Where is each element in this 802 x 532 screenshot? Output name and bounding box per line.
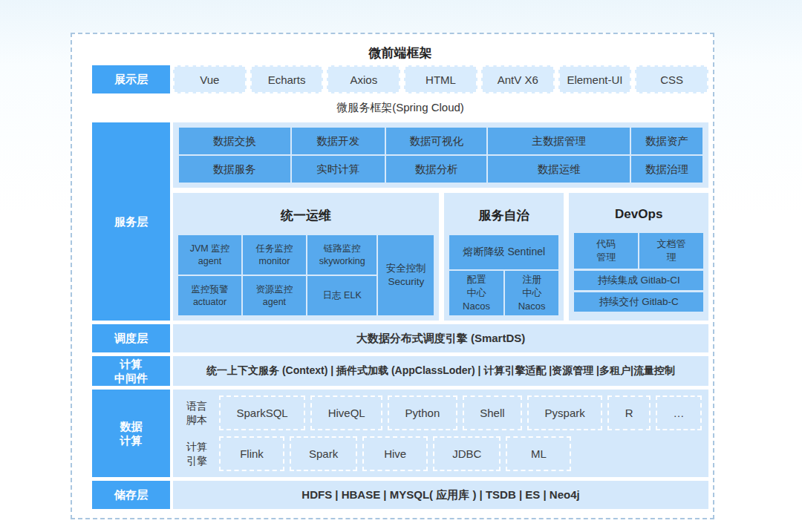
presentation-item: Vue <box>173 65 247 93</box>
service-layer-label: 服务层 <box>92 122 170 321</box>
config-center-box: 配置 中心 Nacos <box>449 271 503 315</box>
service-autonomy-title: 服务自治 <box>449 197 558 235</box>
unified-ops-panel: 统一运维 JVM 监控 agent 任务监控 monitor 链路监控 skyw… <box>173 193 439 321</box>
presentation-item: AntV X6 <box>481 65 555 93</box>
language-script-item: HiveQL <box>310 395 382 430</box>
data-computing-content: 语言 脚本 SparkSQLHiveQLPythonShellPysparkR…… <box>173 390 708 477</box>
ops-cell-trace-monitor: 链路监控 skyworking <box>307 235 376 275</box>
unified-ops-grid: JVM 监控 agent 任务监控 monitor 链路监控 skyworkin… <box>178 235 434 315</box>
data-app-service-cell: 数据资产 <box>631 128 702 154</box>
data-app-service-cell: 数据服务 <box>179 156 290 183</box>
middleware-layer-label: 计算 中间件 <box>92 356 170 386</box>
compute-engine-item: JDBC <box>433 436 501 471</box>
service-operations-band: 统一运维 JVM 监控 agent 任务监控 monitor 链路监控 skyw… <box>173 193 708 321</box>
diagram-title: 微前端框架 <box>92 42 708 65</box>
presentation-items: VueEchartsAxiosHTMLAntV X6Element-UICSS <box>173 65 708 93</box>
storage-systems-bar: HDFS | HBASE | MYSQL( 应用库 ) | TSDB | ES … <box>173 481 708 509</box>
scheduling-layer-row: 调度层 大数据分布式调度引擎 (SmartDS) <box>92 324 708 352</box>
language-script-item: Shell <box>463 395 522 430</box>
storage-layer-row: 储存层 HDFS | HBASE | MYSQL( 应用库 ) | TSDB |… <box>92 481 708 509</box>
microservice-framework-caption: 微服务框架(Spring Cloud) <box>92 97 708 118</box>
data-app-service-cell: 实时计算 <box>292 156 385 183</box>
language-script-item: SparkSQL <box>219 395 305 430</box>
presentation-layer-row: 展示层 VueEchartsAxiosHTMLAntV X6Element-UI… <box>92 65 708 93</box>
data-app-service-cell: 数据分析 <box>386 156 486 183</box>
middleware-layer-row: 计算 中间件 统一上下文服务 (Context) | 插件式加载 (AppCla… <box>92 356 708 386</box>
compute-engine-item: Hive <box>362 436 428 471</box>
compute-engine-item: ML <box>506 436 571 471</box>
nacos-row: 配置 中心 Nacos 注册 中心 Nacos <box>449 271 558 315</box>
language-script-item: Python <box>388 395 457 430</box>
continuous-delivery-bar: 持续交付 Gitlab-C <box>574 292 703 312</box>
compute-engine-row: 计算 引擎 FlinkSparkHiveJDBCML <box>180 436 702 471</box>
architecture-diagram: 微前端框架 展示层 VueEchartsAxiosHTMLAntV X6Elem… <box>71 33 714 519</box>
presentation-item: Axios <box>327 65 400 93</box>
unified-ops-title: 统一运维 <box>178 197 434 235</box>
ops-cell-security: 安全控制 Security <box>378 235 434 315</box>
presentation-layer-label: 展示层 <box>92 65 170 93</box>
presentation-item: HTML <box>404 65 477 93</box>
middleware-services-bar: 统一上下文服务 (Context) | 插件式加载 (AppClassLoder… <box>173 356 708 386</box>
language-script-items: SparkSQLHiveQLPythonShellPysparkR… <box>219 395 702 430</box>
compute-engine-item: Flink <box>219 436 284 471</box>
presentation-item: Element-UI <box>558 65 632 93</box>
presentation-item: CSS <box>635 65 708 93</box>
ops-cell-resource-monitor: 资源监控 agent <box>243 276 306 315</box>
language-script-item: R <box>607 395 651 430</box>
language-script-row: 语言 脚本 SparkSQLHiveQLPythonShellPysparkR… <box>180 395 702 430</box>
data-app-service-cell: 数据运维 <box>488 156 630 183</box>
compute-engine-item: Spark <box>290 436 357 471</box>
data-computing-label: 数据 计算 <box>92 390 170 477</box>
data-computing-row: 数据 计算 语言 脚本 SparkSQLHiveQLPythonShellPys… <box>92 390 708 477</box>
ops-cell-task-monitor: 任务监控 monitor <box>243 235 306 275</box>
ops-cell-log-elk: 日志 ELK <box>307 276 376 315</box>
devops-title: DevOps <box>574 197 703 233</box>
service-layer-content: 数据交换数据开发数据可视化主数据管理数据资产数据服务实时计算数据分析数据运维数据… <box>173 122 708 321</box>
continuous-integration-bar: 持续集成 Gitlab-CI <box>574 271 703 290</box>
presentation-item: Echarts <box>250 65 324 93</box>
scheduling-engine-bar: 大数据分布式调度引擎 (SmartDS) <box>173 324 708 352</box>
service-autonomy-panel: 服务自治 熔断降级 Sentinel 配置 中心 Nacos 注册 中心 Nac… <box>444 193 564 321</box>
registry-center-box: 注册 中心 Nacos <box>505 271 559 315</box>
ops-cell-alert: 监控预警 actuator <box>178 276 241 315</box>
language-script-label: 语言 脚本 <box>180 395 214 430</box>
devops-panel: DevOps 代码 管理 文档管 理 持续集成 Gitlab-CI 持续交付 G… <box>569 193 708 321</box>
data-app-service-cell: 数据治理 <box>631 156 702 183</box>
storage-layer-label: 储存层 <box>92 481 170 509</box>
scheduling-layer-label: 调度层 <box>92 324 170 352</box>
compute-engine-items: FlinkSparkHiveJDBCML <box>219 436 702 471</box>
data-app-service-cell: 数据开发 <box>292 128 385 154</box>
code-management-box: 代码 管理 <box>574 233 638 269</box>
doc-management-box: 文档管 理 <box>639 233 703 269</box>
language-script-item: Pyspark <box>527 395 602 430</box>
data-app-service-cell: 数据交换 <box>179 128 290 154</box>
data-app-services-grid: 数据交换数据开发数据可视化主数据管理数据资产数据服务实时计算数据分析数据运维数据… <box>173 122 708 188</box>
data-app-service-cell: 主数据管理 <box>488 128 630 154</box>
data-app-service-cell: 数据可视化 <box>386 128 486 154</box>
ops-cell-jvm-monitor: JVM 监控 agent <box>178 235 241 275</box>
compute-engine-label: 计算 引擎 <box>180 436 214 471</box>
language-script-item: … <box>656 395 702 430</box>
service-layer-row: 服务层 数据交换数据开发数据可视化主数据管理数据资产数据服务实时计算数据分析数据… <box>92 122 708 321</box>
circuit-breaker-box: 熔断降级 Sentinel <box>449 235 558 269</box>
devops-mgmt-row: 代码 管理 文档管 理 <box>574 233 703 269</box>
